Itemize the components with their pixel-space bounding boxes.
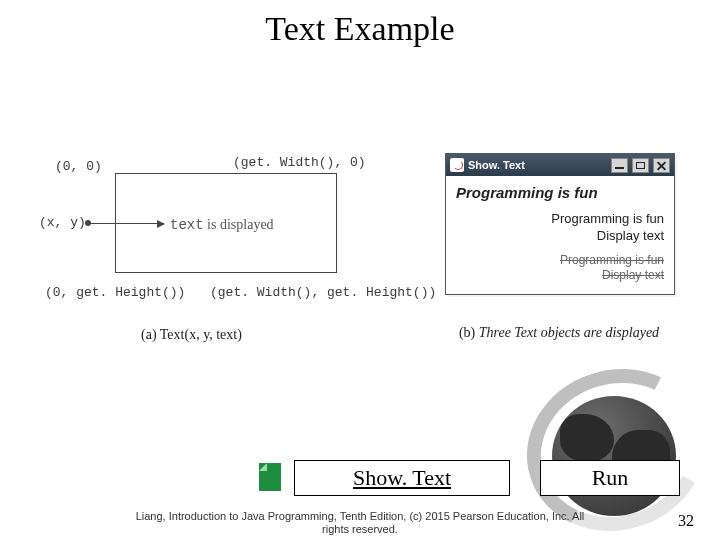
maximize-icon — [632, 158, 649, 173]
coord-xy: (x, y) — [39, 215, 86, 230]
coordinate-diagram: (0, 0) (get. Width(), 0) (x, y) text is … — [45, 155, 435, 355]
example-window: Show. Text Programming is fun Programmin… — [445, 153, 675, 295]
coord-topright: (get. Width(), 0) — [233, 155, 366, 170]
footer-line1: Liang, Introduction to Java Programming,… — [136, 510, 585, 522]
document-icon — [255, 463, 283, 495]
diagram-text-label: text is displayed — [170, 217, 274, 233]
text-object-3: Programming is fun Display text — [456, 253, 664, 284]
text-object-2: Programming is fun Display text — [456, 211, 664, 245]
window-caption-text: Three Text objects are displayed — [479, 325, 659, 340]
window-caption: (b) Three Text objects are displayed — [429, 325, 689, 341]
coord-bottomleft: (0, get. Height()) — [45, 285, 185, 300]
globe-decoration — [526, 370, 706, 530]
coord-bottomright: (get. Width(), get. Height()) — [210, 285, 436, 300]
coord-origin: (0, 0) — [55, 159, 102, 174]
diagram-caption: (a) Text(x, y, text) — [141, 327, 242, 343]
text-object-1: Programming is fun — [456, 184, 664, 201]
run-label: Run — [592, 465, 629, 491]
page-number: 32 — [678, 512, 694, 530]
footer-line2: rights reserved. — [322, 523, 398, 535]
showtext-label: Show. Text — [353, 465, 451, 491]
text-object-3a: Programming is fun — [560, 253, 664, 267]
window-title: Show. Text — [468, 159, 525, 171]
close-icon — [653, 158, 670, 173]
globe-earth — [552, 396, 676, 516]
diagram-text-rest: is displayed — [204, 217, 274, 232]
window-body: Programming is fun Programming is fun Di… — [446, 176, 674, 294]
footer-copyright: Liang, Introduction to Java Programming,… — [0, 510, 720, 536]
text-object-3b: Display text — [602, 268, 664, 282]
text-object-2a: Programming is fun — [551, 211, 664, 226]
java-icon — [450, 158, 464, 172]
titlebar: Show. Text — [446, 154, 674, 176]
diagram-arrow — [89, 223, 164, 224]
figure-area: (0, 0) (get. Width(), 0) (x, y) text is … — [45, 155, 675, 375]
minimize-icon — [611, 158, 628, 173]
run-button[interactable]: Run — [540, 460, 680, 496]
page-title: Text Example — [0, 10, 720, 48]
text-object-2b: Display text — [597, 228, 664, 243]
window-caption-label: (b) — [459, 325, 479, 340]
diagram-text-code: text — [170, 217, 204, 233]
showtext-button[interactable]: Show. Text — [294, 460, 510, 496]
